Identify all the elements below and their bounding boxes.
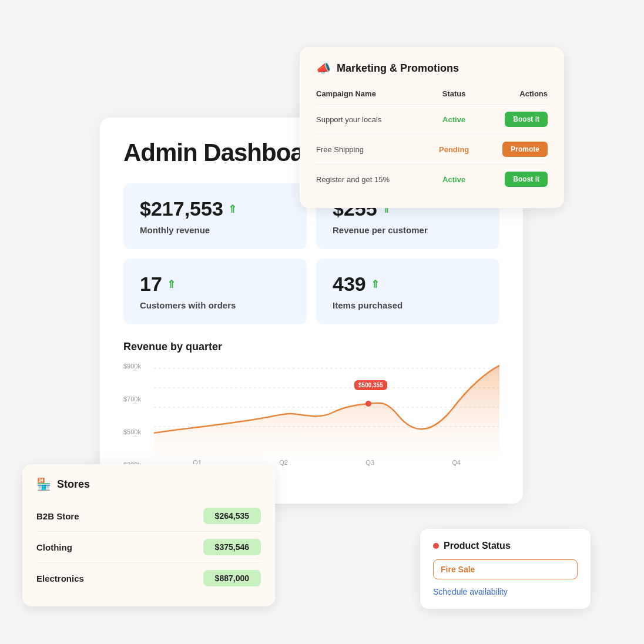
store-name-electronics: Electronics [36, 573, 84, 583]
table-row: Free Shipping Pending Promote [316, 135, 548, 165]
stat-label-items: Items purchased [333, 300, 483, 310]
x-label-q4: Q4 [452, 459, 461, 466]
schedule-availability-link[interactable]: Schedule availability [433, 587, 508, 596]
chart-tooltip: $500,355 [354, 380, 387, 390]
store-value-electronics: $887,000 [203, 570, 261, 586]
table-row: Support your locals Active Boost it [316, 105, 548, 135]
store-value-b2b: $264,535 [203, 508, 261, 524]
stat-label-customers: Customers with orders [140, 300, 290, 310]
chart-area: $500,355 Q1 Q2 Q3 Q4 [154, 363, 499, 468]
store-row-electronics: Electronics $887,000 [36, 563, 261, 593]
svg-point-4 [365, 401, 371, 407]
stores-header: 🏪 Stores [36, 477, 261, 491]
store-name-b2b: B2B Store [36, 511, 79, 521]
stat-value-monthly-revenue: $217,553 ⇑ [140, 197, 290, 220]
trend-up-icon-3: ⇑ [167, 278, 176, 291]
store-row-b2b: B2B Store $264,535 [36, 501, 261, 532]
product-status-dot-icon [433, 543, 439, 549]
stat-value-items: 439 ⇑ [333, 273, 483, 296]
product-status-select[interactable]: Fire Sale Active Inactive On Sale [433, 559, 578, 579]
stat-value-customers: 17 ⇑ [140, 273, 290, 296]
product-status-header: Product Status [433, 541, 578, 551]
product-status-title: Product Status [444, 541, 511, 551]
table-row: Register and get 15% Active Boost it [316, 165, 548, 194]
marketing-header: 📣 Marketing & Promotions [316, 61, 548, 75]
y-label-700k: $700k [123, 395, 141, 402]
x-label-q2: Q2 [279, 459, 288, 466]
megaphone-icon: 📣 [316, 61, 331, 75]
x-label-q3: Q3 [365, 459, 374, 466]
chart-title: Revenue by quarter [123, 341, 499, 353]
trend-up-icon-4: ⇑ [371, 278, 380, 291]
promote-button[interactable]: Promote [502, 142, 548, 157]
stat-label-monthly-revenue: Monthly revenue [140, 225, 290, 235]
product-status-card: Product Status Fire Sale Active Inactive… [420, 529, 591, 609]
store-icon: 🏪 [36, 477, 51, 491]
col-campaign-name: Campaign Name [316, 86, 431, 105]
marketing-promotions-card: 📣 Marketing & Promotions Campaign Name S… [300, 47, 564, 208]
store-value-clothing: $375,546 [203, 539, 261, 555]
campaign-name-2: Free Shipping [316, 135, 431, 165]
trend-up-icon: ⇑ [228, 203, 237, 216]
campaign-name-3: Register and get 15% [316, 165, 431, 194]
stat-card-customers-with-orders: 17 ⇑ Customers with orders [123, 259, 307, 324]
store-name-clothing: Clothing [36, 542, 72, 552]
store-row-clothing: Clothing $375,546 [36, 532, 261, 563]
chart-svg [154, 363, 499, 457]
status-badge-active-1: Active [442, 115, 465, 124]
stores-card: 🏪 Stores B2B Store $264,535 Clothing $37… [22, 464, 275, 606]
boost-button-2[interactable]: Boost it [505, 172, 548, 187]
stat-card-items-purchased: 439 ⇑ Items purchased [316, 259, 499, 324]
marketing-title: Marketing & Promotions [337, 62, 459, 75]
stat-card-monthly-revenue: $217,553 ⇑ Monthly revenue [123, 183, 307, 249]
col-status: Status [431, 86, 478, 105]
chart-y-labels: $900k $700k $500k $300k [123, 363, 141, 480]
revenue-chart-section: Revenue by quarter $900k $700k $500k $30… [123, 341, 499, 480]
status-badge-active-2: Active [442, 175, 465, 184]
col-actions: Actions [478, 86, 548, 105]
chart-container: $900k $700k $500k $300k [123, 363, 499, 480]
y-label-500k: $500k [123, 428, 141, 435]
status-badge-pending: Pending [439, 145, 469, 154]
marketing-table: Campaign Name Status Actions Support you… [316, 86, 548, 194]
boost-button-1[interactable]: Boost it [505, 112, 548, 127]
y-label-900k: $900k [123, 363, 141, 370]
campaign-name-1: Support your locals [316, 105, 431, 135]
stores-title: Stores [57, 478, 90, 491]
stat-label-revenue-per-customer: Revenue per customer [333, 225, 483, 235]
